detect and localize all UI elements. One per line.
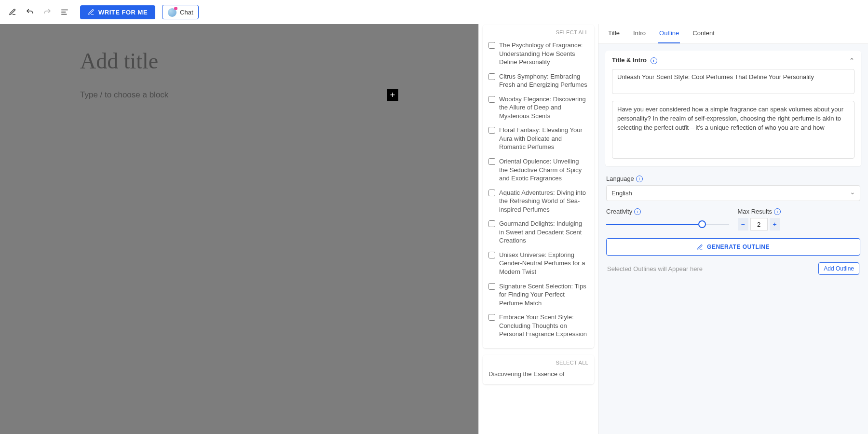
details-icon[interactable] <box>58 5 71 19</box>
tab-intro[interactable]: Intro <box>632 24 647 43</box>
outline-item-label: Gourmand Delights: Indulging in Sweet an… <box>499 219 588 245</box>
block-placeholder[interactable]: Type / to choose a block <box>80 90 168 100</box>
settings-block: Language i English Creativity i <box>605 173 861 277</box>
outline-item[interactable]: Unisex Universe: Exploring Gender-Neutra… <box>488 248 588 279</box>
outline-item-label: Unisex Universe: Exploring Gender-Neutra… <box>499 251 588 276</box>
outline-item[interactable]: Floral Fantasy: Elevating Your Aura with… <box>488 123 588 154</box>
outline-item-label: Oriental Opulence: Unveiling the Seducti… <box>499 157 588 183</box>
editor-canvas: Add title Type / to choose a block + <box>0 24 478 434</box>
outline-item-label: Citrus Symphony: Embracing Fresh and Ene… <box>499 72 588 89</box>
outline-item-label: Woodsy Elegance: Discovering the Allure … <box>499 95 588 121</box>
generate-outline-button[interactable]: GENERATE OUTLINE <box>606 238 860 256</box>
outline-item[interactable]: Citrus Symphony: Embracing Fresh and Ene… <box>488 69 588 92</box>
select-all-link[interactable]: SELECT ALL <box>488 29 588 35</box>
add-outline-button[interactable]: Add Outline <box>818 262 859 275</box>
outline-item[interactable]: The Psychology of Fragrance: Understandi… <box>488 38 588 69</box>
add-block-button[interactable]: + <box>387 89 398 101</box>
outline-item-label: Discovering the Essence of <box>488 368 588 378</box>
info-icon[interactable]: i <box>651 57 657 64</box>
outline-checkbox[interactable] <box>488 158 495 165</box>
editor-topbar: WRITE FOR ME Chat <box>0 0 868 24</box>
outline-item-label: Aquatic Adventures: Diving into the Refr… <box>499 189 588 214</box>
redo-icon[interactable] <box>41 5 54 19</box>
max-results-label: Max Results <box>738 208 773 215</box>
section-label: Title & Intro <box>612 56 647 64</box>
creativity-slider[interactable] <box>606 224 729 225</box>
chat-label: Chat <box>180 9 193 16</box>
tab-title[interactable]: Title <box>607 24 621 43</box>
generate-outline-label: GENERATE OUTLINE <box>707 244 770 250</box>
outline-item[interactable]: Gourmand Delights: Indulging in Sweet an… <box>488 217 588 248</box>
info-icon[interactable]: i <box>774 208 781 215</box>
outline-checkbox[interactable] <box>488 314 495 321</box>
creativity-label: Creativity <box>606 208 632 215</box>
outline-set-2: SELECT ALL Discovering the Essence of <box>483 355 594 384</box>
generated-outlines-panel: Generated Outlines 2 SELECT ALL The Psyc… <box>478 0 598 434</box>
outline-checkbox[interactable] <box>488 252 495 258</box>
tab-content[interactable]: Content <box>692 24 716 43</box>
edit-icon[interactable] <box>6 5 19 19</box>
max-results-input[interactable] <box>750 218 768 231</box>
outline-checkbox[interactable] <box>488 220 495 227</box>
tab-outline[interactable]: Outline <box>658 24 680 43</box>
selected-outlines-placeholder: Selected Outlines will Appear here <box>607 265 703 272</box>
outline-checkbox[interactable] <box>488 283 495 290</box>
outline-checkbox[interactable] <box>488 127 495 134</box>
language-select[interactable]: English <box>606 185 860 201</box>
title-intro-card: Title & Intro i ⌃ Unleash Your Scent Sty… <box>605 51 861 166</box>
outline-checkbox[interactable] <box>488 96 495 103</box>
outline-checkbox[interactable] <box>488 42 495 49</box>
chat-avatar-icon <box>167 7 177 17</box>
undo-icon[interactable] <box>23 5 37 19</box>
info-icon[interactable]: i <box>636 176 643 182</box>
select-all-link[interactable]: SELECT ALL <box>488 360 588 366</box>
outline-item[interactable]: Signature Scent Selection: Tips for Find… <box>488 279 588 311</box>
outline-item-label: Embrace Your Scent Style: Concluding Tho… <box>499 313 588 339</box>
outline-item[interactable]: Woodsy Elegance: Discovering the Allure … <box>488 92 588 123</box>
outline-set-1: SELECT ALL The Psychology of Fragrance: … <box>483 25 594 348</box>
outline-item[interactable]: Embrace Your Scent Style: Concluding Tho… <box>488 310 588 341</box>
outline-checkbox[interactable] <box>488 190 495 196</box>
outline-checkbox[interactable] <box>488 73 495 80</box>
increment-button[interactable]: + <box>770 218 780 231</box>
info-icon[interactable]: i <box>634 208 641 215</box>
post-title-placeholder[interactable]: Add title <box>80 48 398 74</box>
chevron-up-icon[interactable]: ⌃ <box>849 57 854 64</box>
write-for-me-label: WRITE FOR ME <box>98 9 148 16</box>
intro-textarea[interactable]: Have you ever considered how a simple fr… <box>612 101 854 159</box>
decrement-button[interactable]: − <box>738 218 748 231</box>
getgenie-panel: GetGenie ✕ Title Intro Outline Content T… <box>598 0 868 434</box>
title-input[interactable]: Unleash Your Scent Style: Cool Perfumes … <box>612 69 854 94</box>
write-for-me-button[interactable]: WRITE FOR ME <box>80 5 155 19</box>
panel-tabs: Title Intro Outline Content <box>598 24 868 44</box>
outline-item-label: Signature Scent Selection: Tips for Find… <box>499 282 588 308</box>
chat-button[interactable]: Chat <box>162 5 198 19</box>
language-label: Language <box>606 175 634 182</box>
outline-item[interactable]: Oriental Opulence: Unveiling the Seducti… <box>488 154 588 186</box>
outline-item[interactable]: Aquatic Adventures: Diving into the Refr… <box>488 186 588 217</box>
outline-item-label: Floral Fantasy: Elevating Your Aura with… <box>499 126 588 151</box>
outline-item-label: The Psychology of Fragrance: Understandi… <box>499 41 588 67</box>
